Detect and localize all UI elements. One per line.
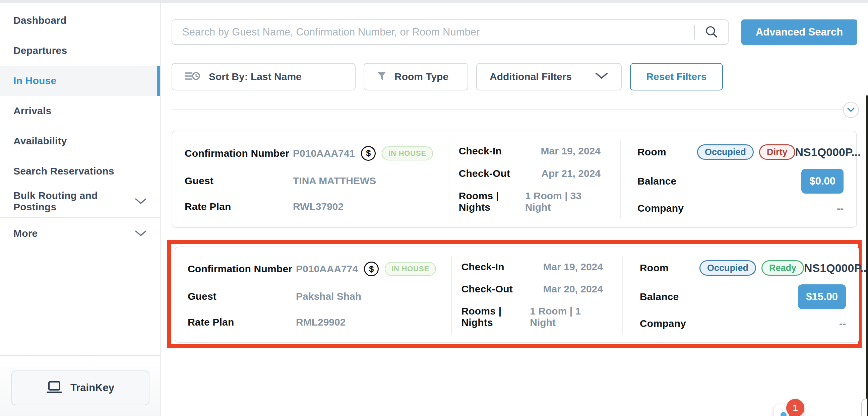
reservation-card-highlighted[interactable]: Confirmation Number P010AAA774 $ IN HOUS… (175, 247, 859, 343)
confirmation-number-label: Confirmation Number (188, 263, 296, 275)
check-in-label: Check-In (459, 146, 502, 157)
balance-button[interactable]: $0.00 (801, 169, 843, 194)
reservation-identity-column: Confirmation Number P010AAA774 $ IN HOUS… (175, 247, 451, 342)
sidebar-item-dashboard[interactable]: Dashboard (0, 5, 160, 35)
chevron-down-icon (595, 72, 608, 82)
sidebar-item-arrivals[interactable]: Arrivals (0, 96, 160, 126)
window-top-strip (0, 0, 868, 3)
guest-value: Pakshal Shah (296, 291, 361, 302)
reservation-room-column: Room Occupied Ready NS1Q000P... Balance … (622, 256, 859, 333)
guest-value: TINA MATTHEWS (293, 175, 376, 187)
sidebar: Dashboard Departures In House Arrivals A… (0, 3, 161, 416)
room-type-filter[interactable]: Room Type (364, 63, 468, 90)
room-type-label: Room Type (395, 71, 448, 83)
reservation-card[interactable]: Confirmation Number P010AAA741 $ IN HOUS… (172, 131, 857, 228)
search-input[interactable] (172, 20, 694, 44)
check-out-value: Mar 20, 2024 (543, 283, 603, 295)
sidebar-item-label: Dashboard (13, 15, 67, 26)
reset-filters-button[interactable]: Reset Filters (630, 63, 723, 90)
check-out-label: Check-Out (459, 168, 510, 179)
rate-plan-label: Rate Plan (188, 317, 296, 328)
section-divider (172, 109, 843, 110)
occupancy-status-badge: Occupied (700, 260, 756, 276)
sort-by-dropdown[interactable]: Sort By: Last Name (172, 63, 355, 90)
highlight-red-border: Confirmation Number P010AAA774 $ IN HOUS… (167, 240, 862, 348)
search-icon[interactable] (705, 25, 718, 39)
sidebar-item-label: In House (13, 75, 56, 87)
reservation-dates-column: Check-In Mar 19, 2024 Check-Out Mar 20, … (451, 256, 622, 333)
rate-plan-value: RML29902 (296, 317, 345, 328)
screen-edge-panel-corner (861, 398, 867, 416)
rooms-nights-value: 1 Room | 33 Night (525, 190, 600, 213)
balance-label: Balance (640, 291, 700, 302)
collapse-toggle[interactable] (843, 102, 859, 118)
occupancy-status-badge: Occupied (697, 145, 754, 160)
sidebar-divider (0, 217, 160, 218)
sidebar-item-label: Search Reservations (13, 165, 114, 177)
additional-filters-label: Additional Filters (490, 71, 572, 83)
room-label: Room (638, 147, 697, 158)
confirmation-number-value: P010AAA774 (296, 263, 358, 275)
check-out-label: Check-Out (461, 283, 513, 295)
rooms-nights-label: Rooms | Nights (459, 190, 525, 213)
check-out-value: Apr 21, 2024 (541, 168, 600, 179)
room-label: Room (640, 262, 700, 274)
confirmation-number-label: Confirmation Number (185, 148, 293, 159)
chevron-down-icon (847, 107, 855, 113)
sort-icon (185, 70, 200, 83)
trainkey-button[interactable]: TrainKey (11, 371, 150, 405)
sort-by-label: Sort By: Last Name (209, 71, 302, 83)
funnel-icon (376, 71, 387, 83)
chevron-down-icon (135, 230, 147, 237)
guest-label: Guest (188, 291, 296, 302)
laptop-icon (46, 381, 62, 395)
company-label: Company (640, 318, 700, 329)
sidebar-item-label: Availability (13, 135, 67, 147)
reservation-dates-column: Check-In Mar 19, 2024 Check-Out Apr 21, … (449, 140, 620, 218)
balance-label: Balance (638, 175, 697, 187)
sidebar-item-label: More (13, 228, 37, 239)
in-house-status-badge: IN HOUSE (382, 147, 433, 160)
reservation-identity-column: Confirmation Number P010AAA741 $ IN HOUS… (172, 131, 449, 227)
confirmation-number-value: P010AAA741 (293, 148, 355, 159)
sidebar-item-label: Arrivals (13, 105, 51, 117)
housekeeping-status-badge: Dirty (759, 145, 795, 160)
trainkey-label: TrainKey (70, 382, 114, 394)
rooms-nights-value: 1 Room | 1 Night (530, 306, 603, 328)
sidebar-item-more[interactable]: More (0, 218, 160, 249)
screen-edge-strip (866, 95, 868, 416)
sidebar-item-bulk-routing[interactable]: Bulk Routing and Postings (0, 186, 160, 216)
search-divider (694, 25, 695, 39)
advanced-search-button[interactable]: Advanced Search (741, 20, 857, 45)
sidebar-item-label: Departures (13, 45, 67, 56)
chevron-down-icon (135, 198, 147, 205)
payment-dollar-icon: $ (364, 262, 379, 276)
sidebar-item-label: Bulk Routing and Postings (13, 190, 135, 213)
check-in-label: Check-In (461, 261, 504, 273)
in-house-page: Dashboard Departures In House Arrivals A… (0, 0, 868, 416)
payment-dollar-icon: $ (361, 146, 376, 161)
sidebar-footer: TrainKey (0, 355, 160, 416)
sidebar-item-departures[interactable]: Departures (0, 35, 160, 66)
guest-label: Guest (185, 175, 293, 187)
company-value: -- (837, 203, 843, 214)
check-in-value: Mar 19, 2024 (543, 261, 603, 273)
company-value: -- (839, 318, 846, 329)
check-in-value: Mar 19, 2024 (541, 146, 600, 157)
sidebar-item-search-reservations[interactable]: Search Reservations (0, 156, 160, 186)
reservation-room-column: Room Occupied Dirty NS1Q000P... Balance … (620, 140, 856, 218)
notification-badge: 1 (786, 399, 804, 416)
sidebar-item-in-house[interactable]: In House (0, 66, 160, 96)
balance-button[interactable]: $15.00 (798, 284, 846, 309)
rate-plan-value: RWL37902 (293, 201, 343, 212)
additional-filters-dropdown[interactable]: Additional Filters (476, 63, 622, 90)
room-number-value: NS1Q000P... (795, 146, 861, 159)
in-house-status-badge: IN HOUSE (385, 262, 436, 276)
rooms-nights-label: Rooms | Nights (461, 306, 530, 328)
sidebar-nav: Dashboard Departures In House Arrivals A… (0, 3, 160, 249)
housekeeping-status-badge: Ready (762, 260, 804, 276)
company-label: Company (638, 203, 697, 214)
sidebar-item-availability[interactable]: Availability (0, 126, 160, 156)
room-number-value: NS1Q000P... (804, 262, 868, 275)
rate-plan-label: Rate Plan (185, 201, 293, 212)
